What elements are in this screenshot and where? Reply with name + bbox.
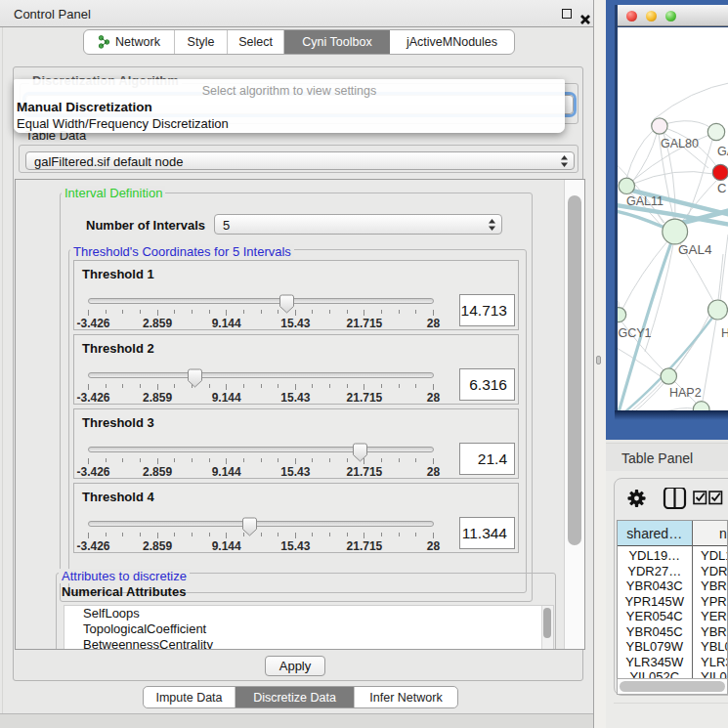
svg-text:HIS7: HIS7 — [721, 326, 728, 340]
svg-text:GAL3: GAL3 — [717, 145, 728, 158]
svg-text:GAL11: GAL11 — [626, 194, 664, 208]
svg-text:GAL80: GAL80 — [661, 137, 699, 150]
svg-text:HAP2: HAP2 — [669, 386, 702, 400]
svg-text:GAL4: GAL4 — [678, 242, 712, 257]
svg-text:GCY1: GCY1 — [619, 326, 652, 340]
svg-text:C: C — [717, 181, 726, 195]
